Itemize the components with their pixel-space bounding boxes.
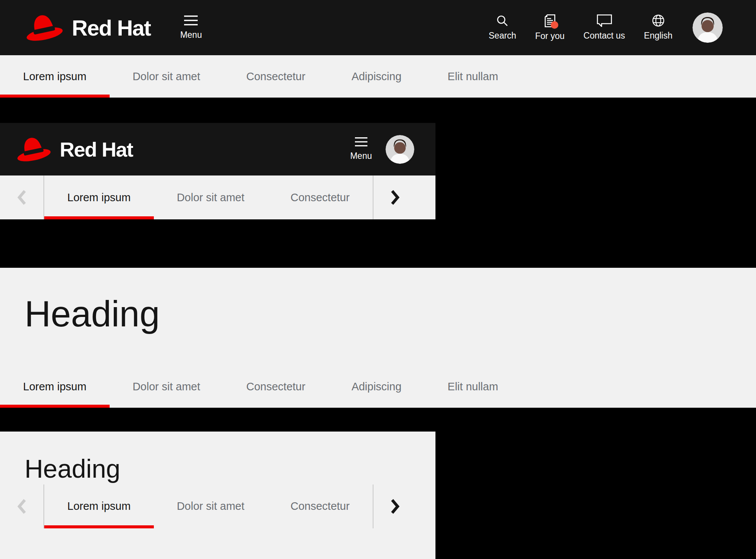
tab[interactable]: Dolor sit amet <box>154 175 268 219</box>
page: Red Hat Menu Search <box>0 0 756 559</box>
tab[interactable]: Dolor sit amet <box>110 55 223 98</box>
mobile-tab-bar: Lorem ipsum Dolor sit amet Consectetur <box>0 484 435 528</box>
spacer-band <box>0 98 756 123</box>
language-label: English <box>644 31 672 41</box>
utility-nav: Search For you <box>479 14 682 41</box>
tab[interactable]: Lorem ipsum <box>44 175 154 219</box>
tab-label: Consectetur <box>246 380 305 393</box>
mobile-header: Red Hat Menu <box>0 123 435 175</box>
fedora-hat-icon <box>15 134 51 165</box>
tab-label: Dolor sit amet <box>133 70 200 83</box>
tab-label: Lorem ipsum <box>67 500 131 512</box>
tab-label: Elit nullam <box>448 70 498 83</box>
redhat-logo[interactable]: Red Hat <box>15 134 133 165</box>
mobile-tab-bar: Lorem ipsum Dolor sit amet Consectetur <box>0 175 435 219</box>
tabs-scroll-next-button[interactable] <box>373 175 417 219</box>
chat-bubble-icon <box>597 14 612 27</box>
tabs-scroll-prev-button[interactable] <box>0 175 43 219</box>
desktop-hero-section: Heading Lorem ipsum Dolor sit amet Conse… <box>0 268 756 408</box>
tab-label: Dolor sit amet <box>177 500 245 512</box>
tabs-scroll-next-button[interactable] <box>373 484 417 528</box>
contact-us-button[interactable]: Contact us <box>574 14 635 41</box>
user-avatar[interactable] <box>386 135 414 164</box>
redhat-logo[interactable]: Red Hat <box>24 11 151 44</box>
tab-label: Adipiscing <box>352 380 401 393</box>
tab[interactable]: Consectetur <box>268 484 373 528</box>
tab[interactable]: Elit nullam <box>424 365 521 408</box>
for-you-button[interactable]: For you <box>526 14 574 41</box>
tab[interactable]: Adipiscing <box>328 365 424 408</box>
tab[interactable]: Elit nullam <box>424 55 521 98</box>
tab[interactable]: Consectetur <box>268 175 373 219</box>
spacer-band <box>0 408 756 432</box>
chevron-left-icon <box>17 499 26 514</box>
contact-us-label: Contact us <box>584 31 625 41</box>
tab[interactable]: Lorem ipsum <box>0 55 110 98</box>
hamburger-icon <box>355 137 367 147</box>
tab[interactable]: Dolor sit amet <box>154 484 268 528</box>
fedora-hat-icon <box>24 11 64 44</box>
tab-label: Dolor sit amet <box>133 380 200 393</box>
tab-label: Adipiscing <box>352 70 401 83</box>
mobile-tabs: Lorem ipsum Dolor sit amet Consectetur <box>43 175 373 219</box>
search-icon <box>496 15 508 27</box>
tab-label: Lorem ipsum <box>23 380 87 393</box>
chevron-right-icon <box>390 499 400 514</box>
tab-label: Consectetur <box>246 70 305 83</box>
globe-icon <box>652 14 665 27</box>
mobile-hero-section: Heading Lorem ipsum Dolor sit amet <box>0 432 435 559</box>
logo-text: Red Hat <box>72 15 151 40</box>
chevron-right-icon <box>390 190 400 205</box>
menu-label: Menu <box>350 151 372 161</box>
menu-button[interactable]: Menu <box>180 16 202 40</box>
menu-button[interactable]: Menu <box>350 137 372 161</box>
tab-label: Lorem ipsum <box>67 191 131 204</box>
desktop-header: Red Hat Menu Search <box>0 0 756 55</box>
mobile-tabs: Lorem ipsum Dolor sit amet Consectetur <box>43 484 373 528</box>
spacer-band <box>0 219 756 268</box>
search-label: Search <box>489 31 516 41</box>
notification-dot <box>551 21 558 29</box>
tab[interactable]: Consectetur <box>223 365 328 408</box>
tab-label: Consectetur <box>291 191 350 204</box>
tab[interactable]: Adipiscing <box>328 55 424 98</box>
tab[interactable]: Lorem ipsum <box>44 484 154 528</box>
mobile-header-actions: Menu <box>350 135 435 164</box>
language-button[interactable]: English <box>635 14 682 41</box>
tab-label: Lorem ipsum <box>23 70 87 83</box>
page-title: Heading <box>25 453 435 484</box>
tab-label: Elit nullam <box>448 380 498 393</box>
menu-label: Menu <box>180 30 202 40</box>
tab[interactable]: Lorem ipsum <box>0 365 110 408</box>
tabs-scroll-prev-button[interactable] <box>0 484 43 528</box>
search-button[interactable]: Search <box>479 15 526 41</box>
hamburger-icon <box>184 16 198 26</box>
tab[interactable]: Consectetur <box>223 55 328 98</box>
tab[interactable]: Dolor sit amet <box>110 365 223 408</box>
document-icon <box>545 14 555 27</box>
page-title: Heading <box>25 292 756 335</box>
desktop-tab-bar: Lorem ipsum Dolor sit amet Consectetur A… <box>0 55 756 98</box>
tab-label: Consectetur <box>291 500 350 512</box>
tab-label: Dolor sit amet <box>177 191 245 204</box>
chevron-left-icon <box>17 190 26 205</box>
user-avatar[interactable] <box>692 12 723 43</box>
mobile-example-card: Red Hat Menu <box>0 123 435 219</box>
desktop-tab-bar: Lorem ipsum Dolor sit amet Consectetur A… <box>0 365 756 408</box>
for-you-label: For you <box>535 31 565 41</box>
logo-text: Red Hat <box>60 138 133 161</box>
